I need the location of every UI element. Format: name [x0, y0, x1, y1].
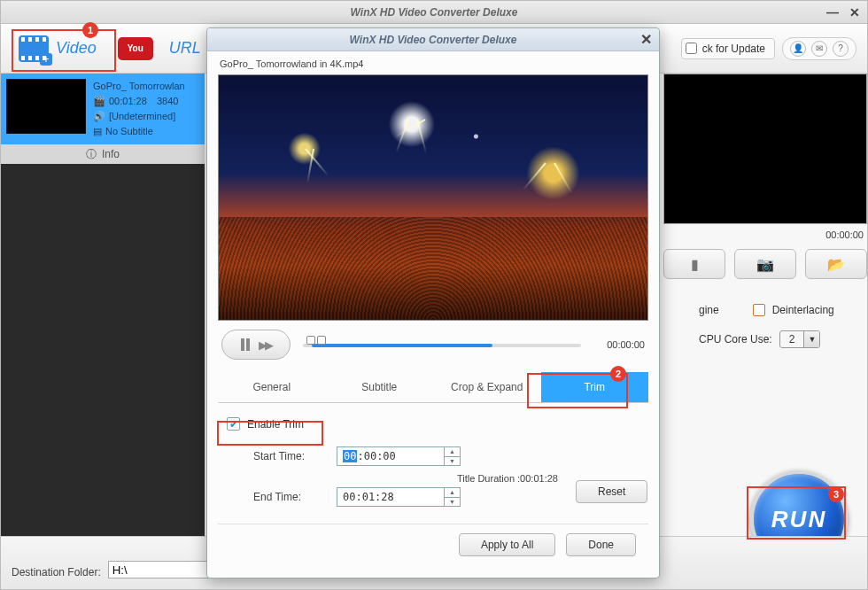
close-button[interactable]: ✕	[849, 5, 860, 19]
done-button[interactable]: Done	[566, 533, 636, 556]
run-label: RUN	[771, 506, 826, 533]
destination-input[interactable]	[108, 561, 214, 578]
queue-meta: GoPro_ Tomorrowlan 🎬 00:01:28 3840 🔊 [Un…	[93, 79, 185, 139]
dialog-titlebar: WinX HD Video Converter Deluxe ✕	[207, 28, 659, 51]
playback-time: 00:00:00	[593, 339, 645, 350]
fast-forward-icon: ▶▶	[259, 338, 271, 352]
chevron-down-icon: ▼	[803, 331, 819, 347]
dialog-filename: GoPro_ Tomorrowland in 4K.mp4	[218, 57, 648, 74]
end-time-input[interactable]: 00:01:28 ▲▼	[337, 487, 461, 507]
dialog-footer: Apply to All Done	[218, 524, 648, 567]
tab-crop-expand[interactable]: Crop & Expand	[433, 372, 541, 402]
camera-icon: 📷	[756, 256, 774, 273]
enable-trim-checkbox[interactable]: ✔	[227, 417, 240, 431]
end-time-label: End Time:	[253, 491, 324, 503]
cpu-core-select[interactable]: 2 ▼	[779, 330, 821, 348]
cpu-core-value: 2	[780, 333, 804, 345]
folder-icon: 📂	[827, 256, 845, 273]
check-update-checkbox[interactable]	[686, 43, 697, 54]
tab-trim[interactable]: Trim	[541, 372, 649, 402]
header-icon-buttons: 👤 ✉ ?	[782, 37, 856, 60]
queue-thumbnail	[6, 79, 86, 134]
dialog-preview[interactable]	[218, 74, 648, 321]
queue-subtitle: No Subtitle	[105, 124, 153, 139]
trim-panel: ✔ Enable Trim Start Time: 00:00:00 ▲▼ Ti…	[218, 403, 648, 503]
account-icon[interactable]: 👤	[790, 41, 806, 57]
apply-to-all-button[interactable]: Apply to All	[459, 533, 555, 556]
help-icon[interactable]: ?	[833, 41, 849, 57]
url-button[interactable]: URL	[169, 39, 201, 58]
pause-icon	[241, 338, 250, 351]
chevron-down-icon[interactable]: ▼	[445, 457, 460, 466]
titlebar: WinX HD Video Converter Deluxe — ✕	[1, 1, 867, 24]
app-title: WinX HD Video Converter Deluxe	[351, 6, 518, 19]
reset-button[interactable]: Reset	[576, 480, 647, 503]
video-queue: GoPro_ Tomorrowlan 🎬 00:01:28 3840 🔊 [Un…	[1, 74, 205, 536]
engine-label: gine	[699, 304, 719, 316]
dialog-title: WinX HD Video Converter Deluxe	[350, 34, 517, 46]
preview-frame[interactable]	[663, 74, 867, 224]
subtitle-icon: ▤	[93, 124, 102, 139]
info-label: Info	[102, 148, 120, 160]
check-update-toggle[interactable]: ck for Update	[681, 38, 775, 59]
window-buttons: — ✕	[826, 1, 860, 24]
trim-handle-start[interactable]	[306, 336, 315, 345]
minimize-button[interactable]: —	[826, 5, 839, 19]
queue-audio: [Undetermined]	[109, 109, 175, 124]
trim-handle-end[interactable]	[317, 336, 326, 345]
enable-trim-label: Enable Trim	[247, 418, 304, 431]
check-update-label: ck for Update	[702, 43, 765, 55]
queue-item[interactable]: GoPro_ Tomorrowlan 🎬 00:01:28 3840 🔊 [Un…	[1, 74, 205, 144]
film-plus-icon: +	[19, 35, 49, 62]
start-time-label: Start Time:	[253, 450, 324, 462]
queue-bitrate: 3840	[157, 94, 178, 109]
dialog-playback-controls: ▶▶ 00:00:00	[218, 321, 648, 372]
start-time-row: Start Time: 00:00:00 ▲▼	[227, 446, 639, 466]
chevron-up-icon[interactable]: ▲	[445, 447, 460, 457]
play-pause-button[interactable]: ▶▶	[221, 330, 291, 360]
tab-subtitle[interactable]: Subtitle	[326, 372, 434, 402]
tab-general[interactable]: General	[218, 372, 326, 402]
queue-duration: 00:01:28	[109, 94, 147, 109]
open-folder-button[interactable]: 📂	[805, 249, 867, 279]
chevron-up-icon[interactable]: ▲	[445, 488, 460, 498]
queue-filename: GoPro_ Tomorrowlan	[93, 79, 185, 94]
preview-panel: 00:00:00 ▮ 📷 📂 gine Deinterlacing CPU Co…	[663, 74, 867, 536]
edit-dialog: WinX HD Video Converter Deluxe ✕ GoPro_ …	[206, 27, 660, 578]
start-time-input[interactable]: 00:00:00 ▲▼	[337, 446, 461, 466]
preview-prev-button[interactable]: ▮	[663, 249, 725, 279]
youtube-icon[interactable]: You	[118, 37, 153, 60]
snapshot-button[interactable]: 📷	[734, 249, 796, 279]
dialog-close-button[interactable]: ✕	[640, 31, 652, 48]
deinterlace-checkbox[interactable]	[753, 304, 765, 316]
dialog-tabs: General Subtitle Crop & Expand Trim	[218, 372, 648, 403]
mail-icon[interactable]: ✉	[811, 41, 827, 57]
film-icon: 🎬	[93, 94, 105, 109]
queue-info-bar[interactable]: ⓘ Info	[1, 144, 205, 164]
cpu-core-row: CPU Core Use: 2 ▼	[699, 330, 867, 348]
chevron-down-icon[interactable]: ▼	[445, 498, 460, 507]
audio-icon: 🔊	[93, 109, 105, 124]
info-icon: ⓘ	[86, 147, 97, 162]
cpu-label: CPU Core Use:	[699, 333, 772, 345]
app-window: WinX HD Video Converter Deluxe — ✕ + Vid…	[0, 0, 868, 590]
enable-trim-row: ✔ Enable Trim	[227, 417, 639, 431]
destination-label: Destination Folder:	[12, 566, 101, 578]
add-video-button[interactable]: + Video	[10, 32, 105, 66]
preview-time: 00:00:00	[663, 229, 867, 240]
deinterlace-label: Deinterlacing	[772, 304, 834, 316]
trim-slider[interactable]	[303, 336, 581, 353]
add-video-label: Video	[56, 39, 97, 58]
hardware-engine-row: gine Deinterlacing	[699, 304, 867, 316]
